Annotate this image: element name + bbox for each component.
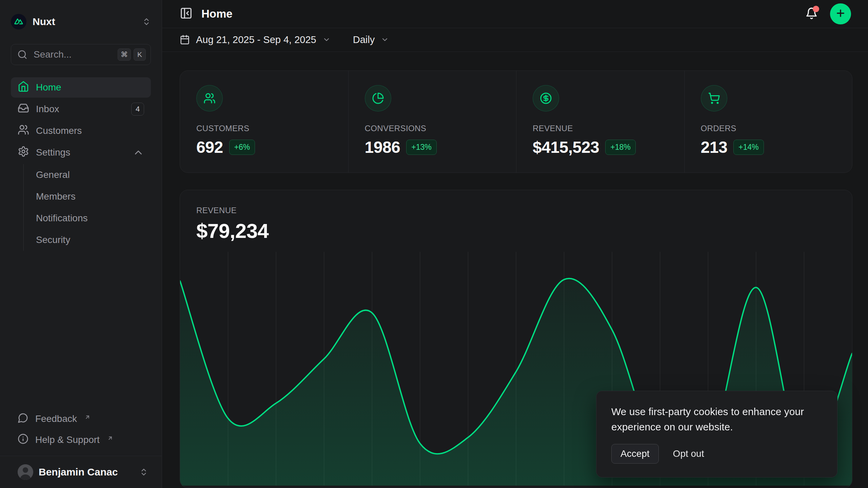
- search-shortcut: ⌘ K: [118, 48, 146, 61]
- stat-conversions[interactable]: CONVERSIONS 1986 +13%: [348, 71, 516, 172]
- granularity-value: Daily: [353, 34, 375, 45]
- sidebar-item-notifications[interactable]: Notifications: [24, 207, 151, 229]
- chevron-down-icon: [381, 36, 389, 44]
- search-input[interactable]: Search... ⌘ K: [11, 44, 151, 65]
- gear-icon: [18, 146, 29, 160]
- cookie-banner: We use first-party cookies to enhance yo…: [596, 391, 837, 477]
- sidebar-item-label: Home: [36, 82, 61, 93]
- stat-label: CONVERSIONS: [365, 124, 500, 133]
- main: Home Aug 21, 2025 - Sep 4, 2025 Daily: [162, 0, 868, 488]
- sidebar-item-security[interactable]: Security: [24, 229, 151, 251]
- stat-orders[interactable]: ORDERS 213 +14%: [684, 71, 852, 172]
- notifications-button[interactable]: [805, 7, 818, 21]
- optout-cookies-button[interactable]: Opt out: [673, 448, 704, 459]
- nuxt-logo-icon: [11, 14, 26, 29]
- sidebar: Nuxt Search... ⌘ K Home Inbox 4: [0, 0, 162, 488]
- sidebar-item-customers[interactable]: Customers: [11, 121, 151, 141]
- chevrons-up-down-icon: [142, 17, 151, 26]
- chevron-up-icon: [133, 147, 144, 158]
- stat-value: 1986: [365, 138, 400, 157]
- stat-value: 692: [196, 138, 223, 157]
- sidebar-item-inbox[interactable]: Inbox 4: [11, 99, 151, 119]
- pie-chart-icon: [365, 85, 391, 111]
- message-circle-icon: [18, 412, 28, 426]
- workspace-switcher[interactable]: Nuxt: [11, 14, 151, 30]
- stat-delta-badge: +14%: [733, 140, 764, 155]
- sidebar-item-general[interactable]: General: [24, 164, 151, 186]
- plus-icon: [835, 8, 846, 20]
- stat-label: ORDERS: [701, 124, 836, 133]
- stat-label: CUSTOMERS: [196, 124, 332, 133]
- sidebar-spacer: [0, 251, 162, 408]
- revenue-chart-label: REVENUE: [196, 206, 836, 215]
- page-header: Home: [162, 0, 868, 28]
- add-button[interactable]: [830, 3, 851, 24]
- panel-left-close-icon: [180, 7, 193, 21]
- sidebar-item-label: Inbox: [36, 104, 59, 115]
- page-title: Home: [201, 7, 233, 20]
- sidebar-footer: Feedback Help & Support: [11, 408, 151, 450]
- app-root: Nuxt Search... ⌘ K Home Inbox 4: [0, 0, 868, 488]
- stat-delta-badge: +13%: [406, 140, 436, 155]
- sidebar-item-label: Customers: [36, 125, 82, 136]
- stat-value: 213: [701, 138, 728, 157]
- sidebar-item-home[interactable]: Home: [11, 77, 151, 98]
- external-link-icon: [107, 433, 113, 444]
- toolbar: Aug 21, 2025 - Sep 4, 2025 Daily: [162, 28, 868, 52]
- stat-customers[interactable]: CUSTOMERS 692 +6%: [180, 71, 348, 172]
- stat-value: $415,523: [533, 138, 599, 157]
- granularity-select[interactable]: Daily: [353, 34, 389, 45]
- inbox-count-badge: 4: [131, 103, 144, 116]
- settings-subnav: General Members Notifications Security: [23, 164, 151, 251]
- sidebar-item-members[interactable]: Members: [24, 186, 151, 207]
- user-menu[interactable]: Benjamin Canac: [0, 456, 162, 488]
- sidebar-nav: Home Inbox 4 Customers Settings General: [11, 77, 151, 251]
- stat-delta-badge: +6%: [229, 140, 255, 155]
- info-circle-icon: [18, 433, 28, 447]
- cart-icon: [701, 85, 727, 111]
- stats-card: CUSTOMERS 692 +6% CONVERSIONS 1986 +13%: [180, 70, 852, 173]
- sidebar-item-label: Settings: [36, 147, 70, 158]
- stat-label: REVENUE: [533, 124, 668, 133]
- accept-cookies-button[interactable]: Accept: [611, 444, 659, 464]
- notification-dot: [813, 6, 819, 12]
- chevron-down-icon: [322, 36, 331, 44]
- cookie-message: We use first-party cookies to enhance yo…: [611, 404, 822, 434]
- feedback-label: Feedback: [35, 413, 77, 424]
- revenue-chart-total: $79,234: [196, 219, 836, 243]
- avatar: [18, 464, 33, 480]
- stat-revenue[interactable]: REVENUE $415,523 +18%: [516, 71, 684, 172]
- inbox-icon: [18, 102, 29, 116]
- kbd-cmd: ⌘: [118, 48, 131, 61]
- sidebar-item-settings[interactable]: Settings: [11, 142, 151, 163]
- date-range-value: Aug 21, 2025 - Sep 4, 2025: [196, 34, 316, 45]
- chevrons-up-down-icon: [139, 468, 148, 476]
- feedback-link[interactable]: Feedback: [11, 408, 151, 429]
- kbd-k: K: [134, 48, 146, 61]
- home-icon: [18, 81, 29, 95]
- date-range-picker[interactable]: Aug 21, 2025 - Sep 4, 2025: [180, 34, 331, 45]
- user-name: Benjamin Canac: [39, 466, 118, 478]
- stat-delta-badge: +18%: [605, 140, 635, 155]
- users-icon: [196, 85, 223, 111]
- help-support-label: Help & Support: [35, 434, 100, 445]
- brand-name: Nuxt: [33, 16, 55, 27]
- search-placeholder: Search...: [34, 49, 72, 60]
- search-icon: [17, 49, 27, 60]
- circle-dollar-icon: [533, 85, 559, 111]
- calendar-icon: [180, 35, 190, 45]
- help-support-link[interactable]: Help & Support: [11, 429, 151, 450]
- users-icon: [18, 124, 29, 138]
- collapse-sidebar-button[interactable]: [180, 7, 193, 21]
- external-link-icon: [84, 412, 91, 423]
